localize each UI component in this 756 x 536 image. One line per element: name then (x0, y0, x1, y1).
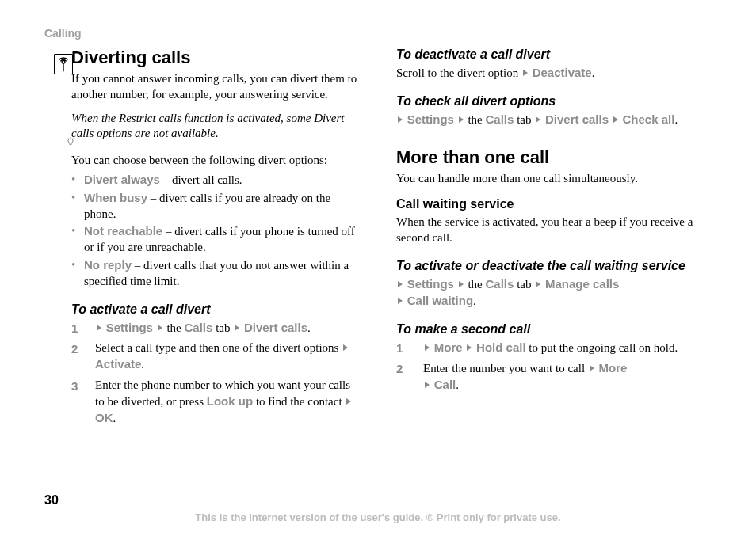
text: . (307, 321, 311, 334)
menu-label: Look up (207, 394, 253, 408)
step-number: 1 (71, 321, 78, 336)
check-all-heading: To check all divert options (396, 94, 712, 108)
text: tab (514, 278, 534, 291)
more-than-one-intro: You can handle more than one call simult… (396, 171, 712, 187)
menu-label: Calls (185, 321, 213, 334)
divert-options-list: Divert always – divert all calls. When b… (71, 172, 360, 290)
nav-arrow-icon (346, 398, 351, 405)
menu-label: Check all (623, 112, 675, 126)
nav-arrow-icon (97, 325, 101, 331)
menu-label: Divert calls (545, 112, 609, 126)
svg-point-1 (68, 139, 73, 143)
deactivate-heading: To deactivate a call divert (396, 48, 712, 62)
left-column: Diverting calls If you cannot answer inc… (44, 48, 360, 431)
activate-waiting-heading: To activate or deactivate the call waiti… (396, 259, 712, 273)
diverting-icon (54, 54, 73, 74)
tip-bulb-icon (65, 136, 76, 150)
footer-notice: This is the Internet version of the user… (0, 511, 756, 523)
text: to find the contact (253, 395, 345, 408)
list-item: When busy – divert calls if you are alre… (71, 190, 360, 222)
step-number: 1 (396, 340, 403, 356)
list-item: Not reachable – divert calls if your pho… (71, 223, 360, 256)
text: Enter the number you want to call (423, 362, 588, 374)
nav-arrow-icon (523, 70, 528, 76)
menu-label: Call (434, 378, 456, 391)
text: tab (514, 113, 534, 126)
step-number: 2 (396, 361, 403, 377)
option-label: When busy (84, 191, 147, 204)
diverting-heading: Diverting calls (71, 48, 360, 68)
menu-label: Hold call (476, 340, 526, 354)
call-waiting-heading: Call waiting service (396, 197, 712, 211)
text: Select a call type and then one of the d… (95, 341, 342, 354)
more-than-one-heading: More than one call (396, 147, 712, 168)
menu-label: Calls (486, 277, 514, 291)
menu-label: Calls (486, 112, 514, 126)
list-item: No reply – divert calls that you do not … (71, 257, 360, 290)
step-1: 1 Settings the Calls tab Divert calls. (71, 320, 360, 336)
nav-arrow-icon (459, 116, 464, 123)
step-number: 3 (71, 378, 78, 394)
step-3: 3 Enter the phone number to which you wa… (71, 378, 360, 426)
option-label: Not reachable (84, 224, 162, 238)
activate-waiting-text: Settings the Calls tab Manage calls Call… (396, 276, 712, 310)
text: . (141, 358, 144, 371)
step-2: 2 Enter the number you want to call More… (396, 360, 712, 393)
page: Calling Diverting calls If you cannot an… (0, 0, 756, 536)
option-label: No reply (84, 258, 132, 272)
option-text: – divert all calls. (160, 173, 242, 186)
text: Scroll to the divert option (396, 67, 521, 79)
menu-label: Call waiting (407, 294, 473, 307)
menu-label: Manage calls (545, 277, 619, 291)
diverting-intro: If you cannot answer incoming calls, you… (71, 71, 360, 103)
menu-label: More (599, 361, 628, 374)
check-all-text: Settings the Calls tab Divert calls Chec… (396, 112, 712, 128)
nav-arrow-icon (536, 281, 540, 287)
text: . (674, 113, 678, 126)
nav-arrow-icon (590, 365, 594, 371)
call-waiting-text: When the service is activated, you hear … (396, 215, 712, 246)
second-call-steps: 1 More Hold call to put the ongoing call… (396, 340, 712, 393)
text: the (465, 278, 486, 291)
option-label: Divert always (84, 173, 160, 186)
menu-label: Settings (106, 321, 153, 334)
text: . (592, 67, 595, 79)
nav-arrow-icon (467, 344, 472, 351)
second-call-heading: To make a second call (396, 322, 712, 336)
menu-label: Deactivate (533, 66, 592, 79)
nav-arrow-icon (398, 298, 403, 304)
columns: Diverting calls If you cannot answer inc… (44, 48, 712, 431)
restrict-note: When the Restrict calls function is acti… (71, 111, 360, 143)
menu-label: More (434, 340, 463, 354)
nav-arrow-icon (343, 344, 348, 351)
text: . (113, 412, 116, 424)
step-1: 1 More Hold call to put the ongoing call… (396, 340, 712, 356)
nav-arrow-icon (398, 116, 403, 123)
nav-arrow-icon (425, 344, 430, 351)
nav-arrow-icon (536, 116, 540, 123)
menu-label: Divert calls (244, 321, 307, 334)
text: the (465, 113, 486, 126)
nav-arrow-icon (613, 116, 618, 123)
text: . (473, 295, 476, 307)
nav-arrow-icon (425, 382, 430, 388)
deactivate-text: Scroll to the divert option Deactivate. (396, 65, 712, 82)
svg-point-0 (62, 60, 65, 63)
menu-label: OK (95, 411, 113, 424)
step-2: 2 Select a call type and then one of the… (71, 340, 360, 373)
nav-arrow-icon (459, 281, 464, 287)
nav-arrow-icon (398, 281, 403, 287)
text: tab (212, 321, 233, 334)
nav-arrow-icon (235, 325, 239, 331)
activate-divert-heading: To activate a call divert (71, 302, 360, 317)
menu-label: Activate (95, 357, 141, 371)
text: the (164, 321, 185, 334)
text: . (456, 378, 459, 391)
list-item: Divert always – divert all calls. (71, 172, 360, 188)
page-number: 30 (44, 493, 59, 507)
menu-label: Settings (407, 277, 454, 291)
activate-steps: 1 Settings the Calls tab Divert calls. 2… (71, 320, 360, 427)
step-number: 2 (71, 341, 78, 357)
menu-label: Settings (407, 112, 454, 126)
section-header: Calling (44, 27, 712, 40)
